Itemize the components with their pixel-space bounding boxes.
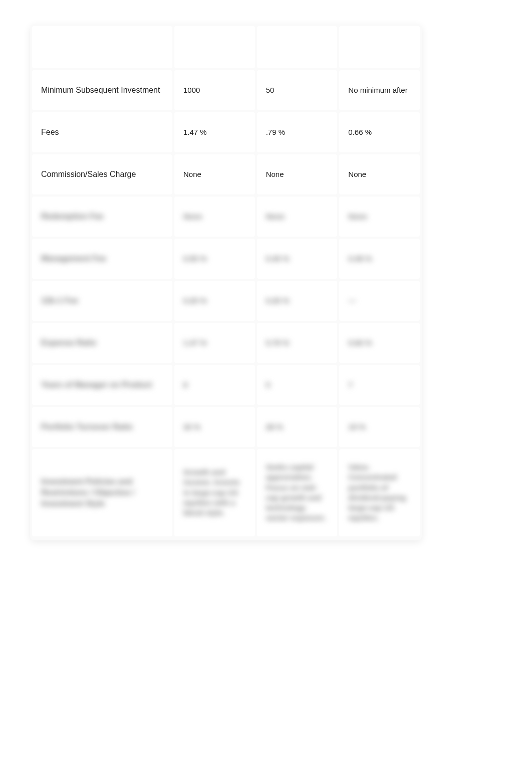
- table-row: Commission/Sales Charge None None None: [32, 154, 420, 194]
- row-col-1: Growth and income. Invests in large-cap …: [174, 449, 255, 536]
- table-row: Years of Manager on Product 8 5 7: [32, 365, 420, 405]
- row-col-1: None: [174, 154, 255, 194]
- row-label: 12b-1 Fee: [32, 281, 172, 321]
- table-row: 12b-1 Fee 0.25 % 0.25 % —: [32, 281, 420, 321]
- row-col-3: None: [339, 154, 420, 194]
- header-label-cell: [32, 26, 172, 68]
- row-col-3: 0.66 %: [339, 112, 420, 152]
- row-col-2: None: [257, 154, 338, 194]
- row-label: Minimum Subsequent Investment: [32, 70, 172, 110]
- row-col-2: None: [257, 197, 338, 237]
- row-col-3: 0.48 %: [339, 239, 420, 279]
- row-label: Years of Manager on Product: [32, 365, 172, 405]
- row-col-2: 50: [257, 70, 338, 110]
- row-col-2: 28 %: [257, 407, 338, 447]
- row-col-3: No minimum after: [339, 70, 420, 110]
- row-col-1: 32 %: [174, 407, 255, 447]
- header-col-3: [339, 26, 420, 68]
- row-col-3: 19 %: [339, 407, 420, 447]
- row-label: Portfolio Turnover Ratio: [32, 407, 172, 447]
- row-col-3: None: [339, 197, 420, 237]
- row-col-1: 1.47 %: [174, 323, 255, 363]
- table-header-row: [32, 26, 420, 68]
- row-label: Management Fee: [32, 239, 172, 279]
- row-label: Investment Policies and Restrictions / O…: [32, 449, 172, 536]
- table-row: Investment Policies and Restrictions / O…: [32, 449, 420, 536]
- row-col-3: Value. Concentrated portfolio of dividen…: [339, 449, 420, 536]
- row-col-3: 0.66 %: [339, 323, 420, 363]
- table-row: Portfolio Turnover Ratio 32 % 28 % 19 %: [32, 407, 420, 447]
- row-col-3: —: [339, 281, 420, 321]
- header-col-2: [257, 26, 338, 68]
- table-row: Fees 1.47 % .79 % 0.66 %: [32, 112, 420, 152]
- row-label: Redemption Fee: [32, 197, 172, 237]
- row-col-1: 0.50 %: [174, 239, 255, 279]
- row-col-2: 0.25 %: [257, 281, 338, 321]
- row-col-1: None: [174, 197, 255, 237]
- row-col-2: 0.79 %: [257, 323, 338, 363]
- row-col-1: 1.47 %: [174, 112, 255, 152]
- row-col-2: .79 %: [257, 112, 338, 152]
- table-row: Expense Ratio 1.47 % 0.79 % 0.66 %: [32, 323, 420, 363]
- row-col-1: 1000: [174, 70, 255, 110]
- table-row: Management Fee 0.50 % 0.40 % 0.48 %: [32, 239, 420, 279]
- row-col-2: 0.40 %: [257, 239, 338, 279]
- comparison-table: Minimum Subsequent Investment 1000 50 No…: [30, 24, 422, 540]
- row-label: Fees: [32, 112, 172, 152]
- row-col-2: Seeks capital appreciation. Focus on mid…: [257, 449, 338, 536]
- row-label: Expense Ratio: [32, 323, 172, 363]
- table-row: Redemption Fee None None None: [32, 197, 420, 237]
- row-label: Commission/Sales Charge: [32, 154, 172, 194]
- row-col-1: 8: [174, 365, 255, 405]
- table-row: Minimum Subsequent Investment 1000 50 No…: [32, 70, 420, 110]
- row-col-1: 0.25 %: [174, 281, 255, 321]
- header-col-1: [174, 26, 255, 68]
- row-col-2: 5: [257, 365, 338, 405]
- row-col-3: 7: [339, 365, 420, 405]
